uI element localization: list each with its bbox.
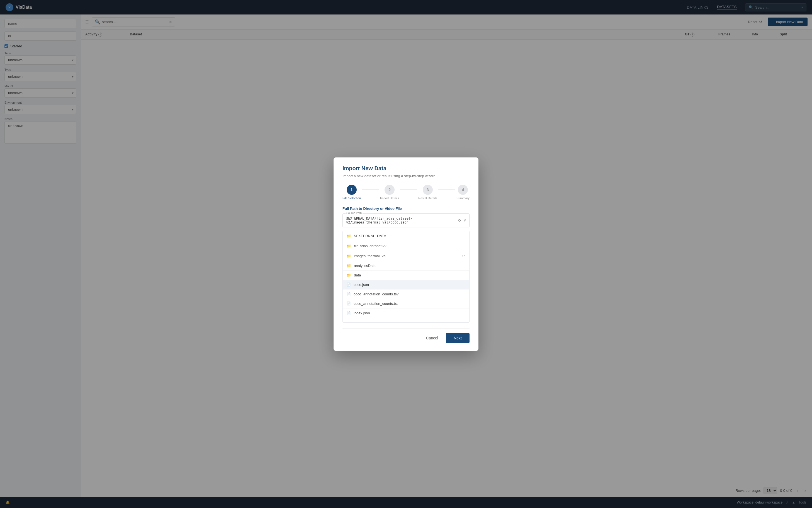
folder-icon: 📁 bbox=[347, 254, 351, 258]
breadcrumb-label: $EXTERNAL_DATA bbox=[354, 234, 386, 238]
source-path-label: Source Path bbox=[346, 212, 362, 215]
file-item-analytics[interactable]: 📁 analyticsData bbox=[343, 261, 469, 270]
step-1: 1 File Selection bbox=[342, 185, 361, 200]
folder-icon: 📁 bbox=[347, 264, 351, 268]
step-1-label: File Selection bbox=[342, 197, 361, 200]
source-path-text: $EXTERNAL_DATA/flir_adas_dataset-v2/imag… bbox=[346, 216, 456, 224]
file-name: analyticsData bbox=[354, 264, 376, 268]
step-2-label: Import Details bbox=[380, 197, 399, 200]
step-4-circle: 4 bbox=[458, 185, 468, 195]
file-item-coco-tsv[interactable]: 📄 coco_annotation_counts.tsv bbox=[343, 290, 469, 299]
refresh-breadcrumb-icon[interactable]: ⟳ bbox=[462, 254, 465, 258]
file-item-data[interactable]: 📁 data bbox=[343, 270, 469, 280]
file-name: data bbox=[354, 273, 361, 277]
step-3-circle: 3 bbox=[423, 185, 433, 195]
modal-footer: Cancel Next bbox=[342, 328, 470, 343]
stepper: 1 File Selection 2 Import Details 3 Resu… bbox=[342, 185, 470, 200]
breadcrumb-images-thermal[interactable]: 📁 images_thermal_val ⟳ bbox=[343, 251, 469, 261]
folder-icon: 📁 bbox=[347, 234, 351, 238]
source-path-inner: $EXTERNAL_DATA/flir_adas_dataset-v2/imag… bbox=[343, 214, 469, 227]
refresh-path-icon[interactable]: ⟳ bbox=[458, 218, 462, 223]
import-modal: Import New Data Import a new dataset or … bbox=[334, 158, 478, 351]
modal-subtitle: Import a new dataset or result using a s… bbox=[342, 174, 470, 178]
source-path-field: Source Path $EXTERNAL_DATA/flir_adas_dat… bbox=[342, 213, 470, 227]
step-4: 4 Summary bbox=[457, 185, 470, 200]
copy-path-icon[interactable]: ⎘ bbox=[464, 218, 466, 223]
breadcrumb-path: 📁 $EXTERNAL_DATA 📁 flir_adas_dataset-v2 … bbox=[343, 231, 469, 261]
file-item-index-json[interactable]: 📄 index.json bbox=[343, 308, 469, 318]
step-line-1 bbox=[362, 189, 379, 189]
file-icon: 📄 bbox=[347, 311, 351, 315]
file-item-coco-txt[interactable]: 📄 coco_annotation_counts.txt bbox=[343, 299, 469, 308]
file-icon: 📄 bbox=[347, 283, 351, 287]
step-4-label: Summary bbox=[457, 197, 470, 200]
folder-icon: 📁 bbox=[347, 244, 351, 248]
step-3: 3 Result Details bbox=[418, 185, 437, 200]
step-2-circle: 2 bbox=[385, 185, 394, 195]
step-3-label: Result Details bbox=[418, 197, 437, 200]
file-browser: 📁 $EXTERNAL_DATA 📁 flir_adas_dataset-v2 … bbox=[342, 231, 470, 323]
breadcrumb-label: flir_adas_dataset-v2 bbox=[354, 244, 386, 248]
file-name: index.json bbox=[354, 311, 370, 315]
step-line-2 bbox=[400, 189, 417, 189]
file-name: coco.json bbox=[354, 283, 369, 287]
modal-overlay: Import New Data Import a new dataset or … bbox=[0, 0, 812, 508]
file-list: 📁 analyticsData 📁 data 📄 coco.json 📄 coc… bbox=[343, 261, 469, 318]
breadcrumb-external-data[interactable]: 📁 $EXTERNAL_DATA bbox=[343, 231, 469, 241]
breadcrumb-flir-dataset[interactable]: 📁 flir_adas_dataset-v2 bbox=[343, 241, 469, 251]
step-line-3 bbox=[438, 189, 455, 189]
file-name: coco_annotation_counts.tsv bbox=[354, 292, 398, 296]
breadcrumb-label: images_thermal_val bbox=[354, 254, 386, 258]
file-item-coco-json[interactable]: 📄 coco.json bbox=[343, 280, 469, 290]
section-label: Full Path to Directory or Video File bbox=[342, 207, 470, 211]
cancel-button[interactable]: Cancel bbox=[422, 333, 443, 343]
file-icon: 📄 bbox=[347, 292, 351, 296]
file-icon: 📄 bbox=[347, 301, 351, 305]
next-button[interactable]: Next bbox=[446, 333, 470, 343]
step-1-circle: 1 bbox=[347, 185, 357, 195]
step-2: 2 Import Details bbox=[380, 185, 399, 200]
modal-title: Import New Data bbox=[342, 165, 470, 172]
folder-icon: 📁 bbox=[347, 273, 351, 277]
file-name: coco_annotation_counts.txt bbox=[354, 301, 398, 306]
